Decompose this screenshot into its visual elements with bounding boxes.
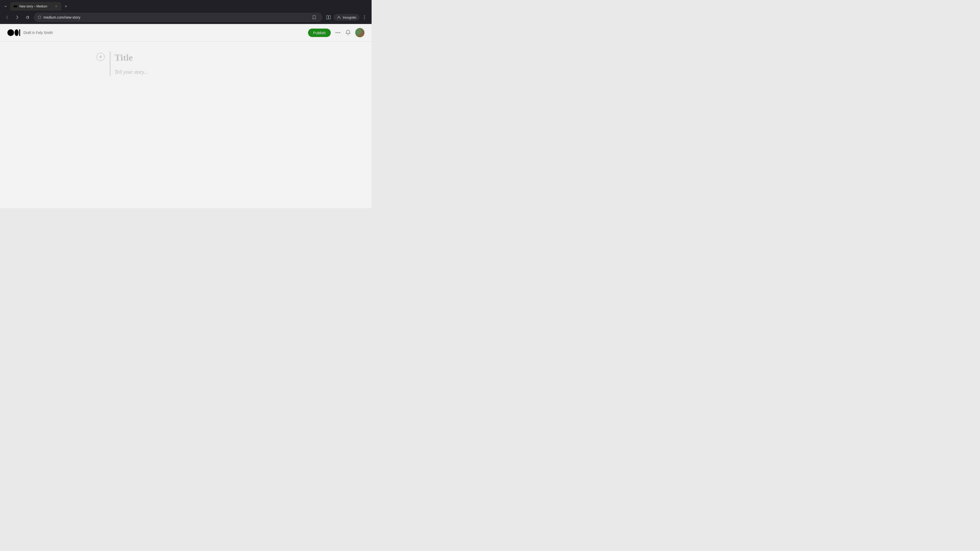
- active-tab[interactable]: New story – Medium ×: [10, 2, 61, 11]
- nav-bar: medium.com/new-story: [0, 11, 372, 24]
- new-tab-button[interactable]: +: [62, 3, 69, 10]
- tab-close-button[interactable]: ×: [54, 4, 58, 8]
- story-placeholder[interactable]: Tell your story...: [115, 68, 275, 76]
- svg-point-14: [339, 32, 340, 33]
- tab-list-button[interactable]: [2, 3, 9, 10]
- avatar[interactable]: [355, 28, 364, 37]
- incognito-badge[interactable]: Incognito: [334, 14, 360, 21]
- svg-rect-3: [326, 16, 328, 19]
- svg-point-0: [14, 5, 16, 7]
- editor-area: Title Tell your story...: [91, 41, 280, 208]
- svg-point-1: [16, 5, 17, 7]
- tab-favicon: [13, 4, 18, 8]
- refresh-button[interactable]: [24, 13, 32, 21]
- svg-point-13: [337, 32, 339, 33]
- browser-chrome: New story – Medium × +: [0, 0, 372, 24]
- security-icon: [38, 16, 41, 19]
- back-button[interactable]: [3, 13, 11, 21]
- svg-point-9: [7, 29, 14, 36]
- split-view-button[interactable]: [325, 13, 332, 21]
- incognito-label: Incognito: [343, 16, 356, 19]
- address-text: medium.com/new-story: [43, 15, 308, 19]
- svg-point-7: [364, 17, 365, 18]
- editor-row: Title Tell your story...: [91, 52, 280, 76]
- add-content-button[interactable]: [97, 53, 105, 61]
- medium-logo[interactable]: [7, 29, 21, 36]
- header-actions: Publish: [308, 28, 364, 37]
- title-placeholder[interactable]: Title: [115, 52, 275, 64]
- more-options-button[interactable]: [335, 30, 341, 36]
- svg-point-8: [364, 19, 365, 19]
- page: Draft in Fely Smith Publish: [0, 24, 372, 208]
- medium-header: Draft in Fely Smith Publish: [0, 24, 372, 41]
- incognito-icon: [337, 15, 341, 20]
- bookmark-button[interactable]: [310, 13, 318, 21]
- browser-more-button[interactable]: [360, 13, 369, 21]
- medium-logo-area: Draft in Fely Smith: [7, 29, 53, 36]
- notification-button[interactable]: [345, 30, 351, 36]
- svg-point-10: [14, 29, 19, 36]
- draft-label: Draft in Fely Smith: [24, 30, 53, 35]
- tab-bar: New story – Medium × +: [0, 0, 372, 11]
- tab-title: New story – Medium: [19, 5, 52, 8]
- avatar-image: [355, 28, 364, 37]
- forward-button[interactable]: [13, 13, 21, 21]
- svg-point-12: [336, 32, 337, 33]
- svg-rect-2: [17, 5, 18, 7]
- publish-button[interactable]: Publish: [308, 29, 331, 37]
- nav-actions: Incognito: [325, 13, 369, 21]
- svg-point-6: [364, 16, 365, 16]
- svg-rect-4: [329, 16, 331, 19]
- editor-content[interactable]: Title Tell your story...: [110, 52, 275, 76]
- svg-rect-11: [19, 29, 20, 36]
- address-bar[interactable]: medium.com/new-story: [34, 13, 322, 22]
